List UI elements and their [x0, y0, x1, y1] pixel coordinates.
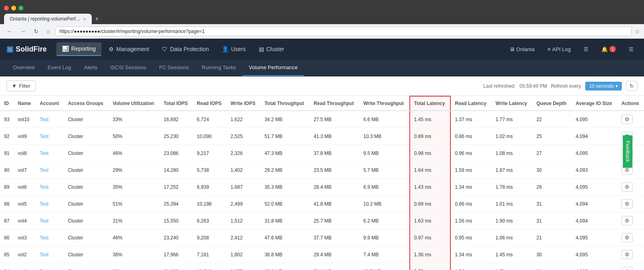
row-actions-button[interactable]: ⚙	[621, 216, 633, 225]
table-cell: 0.89 ms	[410, 128, 450, 145]
table-header-row: ID Name Account Access Groups Volume Uti…	[0, 96, 644, 111]
table-cell: 29.4 MB	[310, 246, 359, 263]
table-cell: Cluster	[64, 145, 109, 162]
notification-badge: 1	[609, 46, 616, 52]
table-cell: 9,208	[193, 229, 227, 246]
row-actions-button[interactable]: ⚙	[621, 199, 633, 208]
table-cell: 52.0 MB	[260, 196, 310, 212]
table-cell: 1.87 ms	[491, 162, 532, 179]
table-cell: vol10	[14, 111, 35, 128]
table-cell: 0.95 ms	[450, 229, 491, 246]
col-access-groups: Access Groups	[64, 96, 109, 111]
sub-nav-running-tasks[interactable]: Running Tasks	[195, 60, 242, 76]
back-button[interactable]: ←	[4, 27, 14, 35]
nav-users-label: Users	[231, 46, 246, 52]
table-cell: 9.9 MB	[359, 229, 410, 246]
bell-icon: 🔔	[601, 46, 608, 52]
sub-nav: Overview Event Log Alerts iSCSI Sessions…	[0, 60, 644, 76]
table-cell: 7.4 MB	[359, 246, 410, 263]
url-actions: ☆	[635, 28, 640, 35]
forward-button[interactable]: →	[18, 27, 28, 35]
table-cell: 1.34 ms	[450, 179, 491, 196]
refresh-icon: ↻	[630, 83, 634, 89]
feedback-tab[interactable]: Feedback	[623, 135, 633, 168]
table-cell[interactable]: Test	[36, 246, 64, 263]
sub-nav-event-log[interactable]: Event Log	[41, 60, 78, 76]
table-cell: 9.5 MB	[359, 145, 410, 162]
bookmark-icon[interactable]: ☆	[635, 28, 640, 35]
sub-nav-overview[interactable]: Overview	[6, 60, 41, 76]
row-actions-button[interactable]: ⚙	[621, 233, 633, 242]
logo-text: SolidFire	[16, 45, 47, 54]
table-cell: 37.8 MB	[310, 145, 359, 162]
row-actions-button[interactable]: ⚙	[621, 182, 633, 192]
nav-data-protection-label: Data Protection	[170, 46, 209, 52]
table-cell: 1,687	[227, 179, 260, 196]
new-tab-button[interactable]: +	[92, 14, 102, 24]
top-nav: ▣ SolidFire 📊 Reporting ⚙ Management 🛡 D…	[0, 39, 644, 60]
table-wrapper: ID Name Account Access Groups Volume Uti…	[0, 96, 644, 270]
table-cell[interactable]: Test	[36, 111, 64, 128]
refresh-interval-label: 10 seconds	[589, 83, 614, 89]
url-input[interactable]	[56, 27, 632, 36]
traffic-light-green	[19, 6, 23, 10]
api-log-item[interactable]: ≡ API Log	[543, 44, 575, 55]
last-refreshed-time: 05:59:49 PM	[520, 83, 547, 89]
sub-nav-alerts[interactable]: Alerts	[78, 60, 104, 76]
col-write-latency: Write Latency	[491, 96, 532, 111]
table-cell: 51.7 MB	[260, 128, 310, 145]
table-cell[interactable]: Test	[36, 196, 64, 212]
last-refreshed-label: Last refreshed:	[483, 83, 516, 89]
manual-refresh-button[interactable]: ↻	[626, 81, 638, 91]
menu-item[interactable]: ☰	[625, 44, 638, 55]
sub-nav-volume-performance[interactable]: Volume Performance	[242, 60, 304, 76]
refresh-interval-dropdown[interactable]: 10 seconds ▾	[585, 82, 622, 91]
table-cell: Cluster	[64, 111, 109, 128]
table-cell[interactable]: Test	[36, 145, 64, 162]
refresh-button[interactable]: ↻	[31, 27, 41, 35]
table-cell: 6,263	[193, 212, 227, 229]
table-cell[interactable]: Test	[36, 179, 64, 196]
sub-nav-iscsi-sessions[interactable]: iSCSI Sessions	[104, 60, 153, 76]
table-cell: 85	[0, 246, 14, 263]
table-cell[interactable]: Test	[36, 128, 64, 145]
nav-item-cluster[interactable]: ▤ Cluster	[253, 43, 290, 56]
cluster-icon: ▤	[259, 46, 264, 52]
table-cell: 62%	[109, 263, 160, 270]
list-icon-item[interactable]: ☰	[580, 44, 592, 55]
table-cell: 2,412	[227, 229, 260, 246]
table-cell: 1.78 ms	[491, 179, 532, 196]
table-cell: 86	[0, 229, 14, 246]
tab-close-icon[interactable]: ✕	[83, 17, 86, 21]
row-actions-button[interactable]: ⚙	[621, 115, 633, 124]
nav-item-data-protection[interactable]: 🛡 Data Protection	[156, 43, 215, 56]
nav-item-users[interactable]: 👤 Users	[216, 43, 252, 56]
browser-tab[interactable]: Onlanta | reporting-volumePerf… ✕	[4, 14, 92, 24]
table-cell: 4,095	[572, 246, 617, 263]
notification-item[interactable]: 🔔 1	[597, 43, 620, 55]
table-cell: 1.59 ms	[450, 162, 491, 179]
table-cell: 0.98 ms	[410, 145, 450, 162]
account-item[interactable]: 🖥 Onlanta	[506, 44, 539, 55]
table-cell[interactable]: Test	[36, 229, 64, 246]
home-button[interactable]: ⌂	[44, 27, 52, 35]
nav-item-reporting[interactable]: 📊 Reporting	[56, 42, 101, 56]
table-cell: 12.5 MB	[359, 263, 410, 270]
filter-button[interactable]: ▼ Filter	[6, 80, 36, 91]
table-cell[interactable]: Test	[36, 212, 64, 229]
sub-nav-fc-sessions[interactable]: FC Sessions	[153, 60, 196, 76]
table-cell: 25,394	[160, 196, 193, 212]
table-cell: 36.8 MB	[260, 246, 310, 263]
table-cell: 27.5 MB	[310, 111, 359, 128]
table-cell: vol8	[14, 145, 35, 162]
col-total-iops: Total IOPS	[160, 96, 193, 111]
row-actions-button[interactable]: ⚙	[621, 250, 633, 259]
table-cell: 1.61 ms	[410, 263, 450, 270]
table-cell: vol1	[14, 263, 35, 270]
table-cell[interactable]: Test	[36, 263, 64, 270]
table-cell: 5.7 MB	[359, 162, 410, 179]
row-actions-button[interactable]: ⚙	[621, 267, 633, 270]
table-cell: 1.45 ms	[491, 246, 532, 263]
table-cell[interactable]: Test	[36, 162, 64, 179]
nav-item-management[interactable]: ⚙ Management	[103, 43, 155, 56]
